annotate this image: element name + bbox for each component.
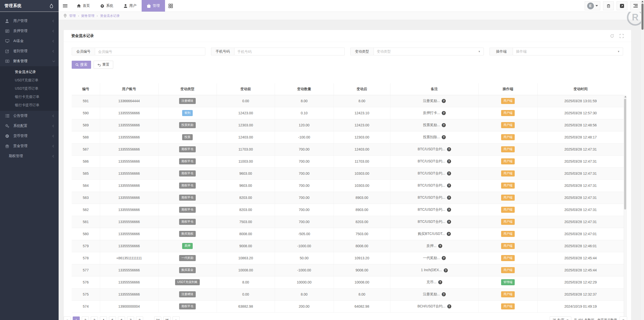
- question-icon[interactable]: ?: [447, 304, 451, 308]
- row-id: 582: [72, 204, 100, 216]
- sidebar-item-8[interactable]: P货币管理: [0, 131, 59, 141]
- sidebar-item-5[interactable]: 财务管理: [0, 56, 59, 66]
- question-icon[interactable]: ?: [442, 292, 446, 296]
- row-type: 购买基金: [158, 264, 217, 276]
- scroll-up-arrow-icon[interactable]: [624, 96, 626, 97]
- sidebar-item-1[interactable]: 用户管理: [0, 16, 59, 26]
- prev-page-button[interactable]: «: [64, 316, 71, 320]
- page-button-2[interactable]: 2: [82, 316, 89, 320]
- question-icon[interactable]: ?: [447, 184, 451, 188]
- sidebar-item-6[interactable]: 公告管理: [0, 111, 59, 121]
- question-icon[interactable]: ?: [447, 171, 451, 175]
- sidebar-item-3[interactable]: AI基金: [0, 36, 59, 46]
- page-buttons: «12345678…2425»: [64, 316, 180, 320]
- sidebar-toggle-button[interactable]: [59, 0, 72, 12]
- sidebar-subitem-1[interactable]: 资金流水记录: [0, 68, 59, 76]
- scroll-up-arrow-icon[interactable]: [641, 1, 643, 2]
- select-caret-icon: ▼: [478, 50, 480, 53]
- question-icon[interactable]: ?: [447, 208, 451, 212]
- phone-input[interactable]: [234, 48, 345, 55]
- row-remark: 注册奖励...?: [390, 95, 478, 107]
- sidebar-subitem-4[interactable]: 银行卡充值订单: [0, 93, 59, 101]
- row-remark: 质押打卡...?: [390, 107, 478, 119]
- table-scrollbar-thumb[interactable]: [624, 99, 626, 209]
- row-after: 12423.10: [334, 107, 390, 119]
- sidebar-item-10[interactable]: 期权管理: [0, 151, 59, 161]
- question-icon[interactable]: ?: [447, 220, 451, 224]
- row-account: 13355556666: [100, 180, 158, 192]
- change-type-select[interactable]: 变动类型 ▼: [374, 48, 484, 55]
- sidebar-item-2[interactable]: 质押管理: [0, 26, 59, 36]
- more-menu-button[interactable]: [630, 1, 641, 10]
- page-button-4[interactable]: 4: [100, 316, 107, 320]
- page-size-select[interactable]: 25 条/页: [550, 316, 571, 320]
- sidebar-item-4[interactable]: 签到管理: [0, 46, 59, 56]
- sidebar-subitem-5[interactable]: 银行卡提币订单: [0, 101, 59, 109]
- question-icon[interactable]: ?: [442, 256, 446, 260]
- row-type: 期权平仓: [158, 167, 217, 180]
- sidebar-item-7[interactable]: 系统配置: [0, 121, 59, 131]
- nav-item-1[interactable]: 首页: [72, 0, 95, 12]
- sidebar-item-label: 期权管理: [9, 154, 53, 158]
- nav-item-2[interactable]: 系统: [95, 0, 118, 12]
- apps-grid-icon[interactable]: [165, 0, 176, 12]
- page-scrollbar[interactable]: [641, 0, 644, 320]
- table-scrollbar[interactable]: [624, 95, 627, 320]
- question-icon[interactable]: ?: [442, 123, 446, 127]
- fullscreen-button[interactable]: [617, 1, 627, 10]
- search-button[interactable]: 搜索: [72, 61, 91, 69]
- table-row: 57413900000004期权平仓63882.98200.0064082.98…: [72, 300, 624, 312]
- row-terminal: 用户端: [478, 155, 537, 167]
- page-button-8[interactable]: 8: [136, 316, 143, 320]
- nav-item-3[interactable]: 用户: [118, 0, 142, 12]
- remark-text: 质押...: [426, 244, 436, 248]
- sidebar-subitem-2[interactable]: USDT充值订单: [0, 76, 59, 84]
- sidebar-item-9[interactable]: 赏金管理: [0, 141, 59, 151]
- row-type: 期权平仓: [158, 180, 217, 192]
- user-menu-button[interactable]: E: [585, 1, 600, 10]
- nav-item-4[interactable]: 管理: [142, 0, 165, 12]
- row-after: 10303.00: [334, 180, 390, 192]
- sidebar-item-label: 签到管理: [13, 49, 53, 53]
- terminal-badge: 用户端: [501, 110, 515, 116]
- next-page-button[interactable]: »: [173, 316, 180, 320]
- breadcrumb-item-3[interactable]: 资金流水记录: [100, 14, 120, 18]
- table-row: 57713355556666购买基金10008.00-1000.009008.0…: [72, 264, 624, 276]
- question-icon[interactable]: ?: [442, 135, 446, 139]
- question-icon[interactable]: ?: [442, 99, 446, 103]
- terminal-select[interactable]: 操作端 ▼: [513, 48, 623, 55]
- member-id-input[interactable]: [95, 48, 205, 55]
- sidebar-subitem-3[interactable]: USDT提币订单: [0, 84, 59, 93]
- page-button-3[interactable]: 3: [91, 316, 98, 320]
- breadcrumb-item-1[interactable]: 管理: [69, 14, 76, 18]
- row-type: 质押: [158, 240, 217, 252]
- question-icon[interactable]: ?: [444, 268, 448, 272]
- column-header-7: 备注: [390, 83, 478, 95]
- question-icon[interactable]: ?: [447, 196, 451, 200]
- row-id: 578: [72, 252, 100, 264]
- question-icon[interactable]: ?: [447, 147, 451, 151]
- page-button-24[interactable]: 24: [154, 316, 161, 320]
- clear-cache-button[interactable]: [603, 1, 614, 10]
- svg-text:P: P: [6, 135, 8, 137]
- terminal-badge: 用户端: [501, 158, 515, 164]
- chevron-left-icon: [53, 20, 55, 22]
- page-button-5[interactable]: 5: [109, 316, 116, 320]
- page-button-6[interactable]: 6: [118, 316, 125, 320]
- page-button-7[interactable]: 7: [127, 316, 134, 320]
- remark-text: BTC/USDT合约...: [418, 147, 445, 151]
- question-icon[interactable]: ?: [442, 111, 446, 115]
- reset-button[interactable]: 重置: [94, 61, 113, 69]
- breadcrumb-item-2[interactable]: 财务管理: [81, 14, 94, 18]
- question-icon[interactable]: ?: [447, 232, 451, 236]
- page-button-1[interactable]: 1: [73, 316, 80, 320]
- page-button-25[interactable]: 25: [163, 316, 170, 320]
- question-icon[interactable]: ?: [447, 159, 451, 163]
- page-scrollbar-thumb[interactable]: [641, 4, 643, 30]
- question-icon[interactable]: ?: [438, 244, 442, 248]
- jump-page-select[interactable]: [620, 316, 627, 320]
- refresh-icon[interactable]: [610, 34, 614, 38]
- question-icon[interactable]: ?: [438, 280, 442, 284]
- sidebar-menu: 用户管理质押管理AI基金签到管理财务管理资金流水记录USDT充值订单USDT提币…: [0, 12, 59, 320]
- fullscreen-card-icon[interactable]: [620, 34, 624, 38]
